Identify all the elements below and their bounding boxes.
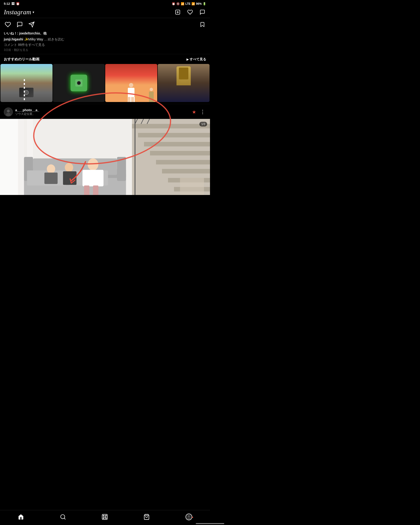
post-actions-bar (0, 18, 210, 31)
alarm2-icon: ⏰ (172, 2, 175, 5)
bookmark-button[interactable] (199, 21, 206, 28)
instagram-logo: Instagram (4, 8, 31, 16)
logo-area[interactable]: Instagram ▾ (4, 8, 34, 16)
svg-rect-38 (45, 173, 58, 184)
post-actions-left (4, 20, 36, 28)
star-icon[interactable]: ★ (192, 109, 196, 115)
notifications-button[interactable] (186, 8, 194, 16)
status-bar: 5:12 🖼 ⏰ ⏰ 🔇 📶 LTE 📶 96% 🔋 (0, 0, 210, 6)
reel-item-1[interactable] (0, 64, 53, 102)
user-avatar[interactable] (4, 107, 13, 116)
share-button[interactable] (27, 20, 36, 28)
see-all-label: すべて見る (190, 57, 206, 62)
play-icon: ▶ (186, 58, 189, 61)
post-user: a___photo__a_ ソウス定位置。 (4, 107, 39, 116)
reels-section: おすすめのリール動画 ▶ すべて見る (0, 54, 210, 104)
svg-point-37 (47, 165, 55, 174)
reel-item-2[interactable] (53, 64, 105, 102)
header-icons (174, 8, 206, 16)
alarm-icon: ⏰ (16, 2, 20, 5)
svg-rect-34 (82, 170, 103, 186)
see-more-link[interactable]: ... 続きを読む (44, 37, 65, 41)
svg-rect-14 (138, 133, 210, 137)
image-counter: 1/3 (199, 122, 207, 126)
battery-icon: 🔋 (203, 2, 206, 5)
svg-rect-39 (84, 186, 90, 195)
status-right: ⏰ 🔇 📶 LTE 📶 96% 🔋 (172, 2, 206, 5)
post-caption: いいね！: joedeltorchio、他 junji.higashi ✨Mil… (0, 31, 210, 54)
svg-rect-15 (144, 142, 210, 146)
reels-header: おすすめのリール動画 ▶ すべて見る (0, 57, 210, 64)
second-post-username[interactable]: a___photo__a_ (15, 108, 39, 112)
ellipsis-icon: ⋮ (200, 109, 205, 115)
svg-rect-36 (63, 171, 76, 185)
like-button[interactable] (4, 20, 12, 28)
reel-item-3[interactable] (105, 64, 157, 102)
post-text: junji.higashi ✨Milky Way ... 続きを読む (4, 37, 206, 42)
post-timestamp[interactable]: 3日前・翻訳を見る (4, 48, 206, 52)
reels-title: おすすめのリール動画 (4, 57, 39, 62)
post-username[interactable]: junji.higashi (4, 37, 23, 41)
post-caption-text: ✨Milky Way (24, 37, 43, 41)
second-post-image[interactable]: 1/3 (0, 119, 210, 195)
svg-rect-16 (150, 151, 210, 156)
wifi-icon: 📶 (181, 2, 184, 5)
battery-percentage: 96% (196, 2, 202, 5)
app-header: Instagram ▾ (0, 6, 210, 18)
chevron-down-icon: ▾ (33, 10, 34, 14)
lte-icon: LTE (185, 2, 191, 5)
mute-icon: 🔇 (176, 2, 180, 5)
post-user-info: a___photo__a_ ソウス定位置。 (15, 108, 39, 116)
second-post-location[interactable]: ソウス定位置。 (15, 112, 39, 116)
svg-point-6 (7, 110, 10, 112)
new-post-button[interactable] (174, 8, 182, 16)
svg-point-35 (65, 163, 73, 172)
svg-rect-13 (132, 124, 210, 128)
gallery-icon: 🖼 (11, 2, 15, 5)
reel-item-4[interactable] (158, 64, 210, 102)
reels-grid (0, 64, 210, 102)
svg-rect-40 (93, 186, 98, 195)
status-left: 5:12 🖼 ⏰ (4, 2, 20, 5)
post-likes[interactable]: いいね！: joedeltorchio、他 (4, 31, 206, 36)
signal-icon: 📶 (192, 2, 195, 5)
svg-rect-25 (180, 178, 204, 195)
comment-button[interactable] (16, 20, 24, 28)
svg-rect-29 (117, 157, 126, 181)
post-header-right: ★ ⋮ (192, 108, 206, 116)
time: 5:12 (4, 2, 10, 5)
comments-link[interactable]: コメント 86件をすべて見る (4, 42, 206, 47)
messenger-button[interactable] (199, 8, 206, 16)
second-post-header: a___photo__a_ ソウス定位置。 ★ ⋮ (0, 105, 210, 119)
reels-see-all-button[interactable]: ▶ すべて見る (186, 57, 206, 62)
svg-rect-17 (156, 160, 210, 165)
more-options-button[interactable]: ⋮ (199, 108, 206, 116)
svg-point-33 (88, 158, 98, 170)
svg-rect-18 (162, 169, 210, 174)
